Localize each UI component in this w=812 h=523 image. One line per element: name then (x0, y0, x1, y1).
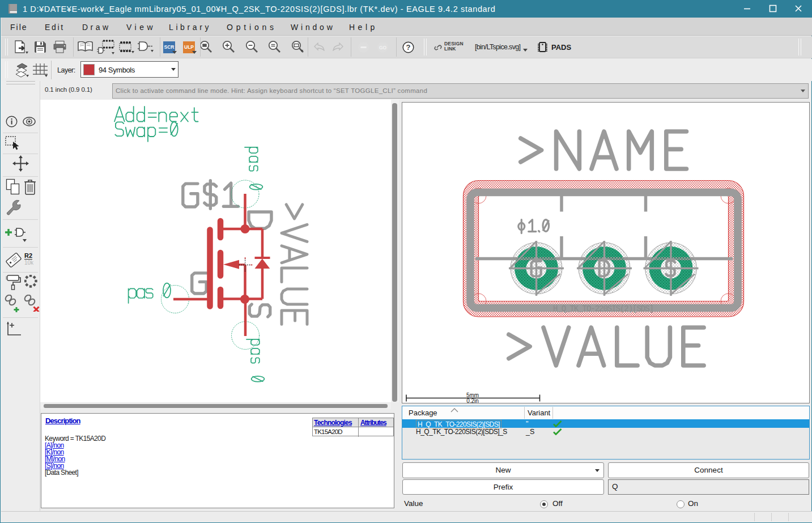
svg-text:GO: GO (379, 45, 387, 50)
svg-text:H_Q_TK_TO-220SIS(2)[SDS]: H_Q_TK_TO-220SIS(2)[SDS] (553, 304, 654, 313)
svg-text:?: ? (406, 43, 411, 52)
svg-text:0.2in: 0.2in (466, 398, 479, 404)
